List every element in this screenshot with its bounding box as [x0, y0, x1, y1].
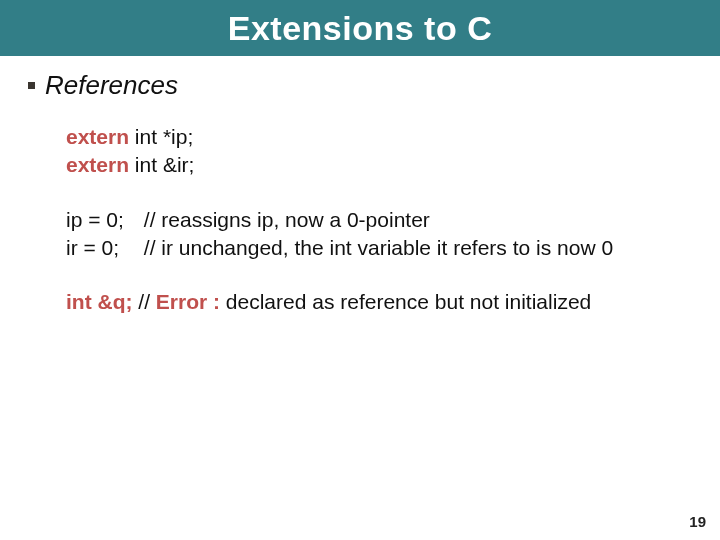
code-text: ip = 0; — [66, 206, 138, 234]
code-text: int *ip; — [129, 125, 193, 148]
slide-title: Extensions to C — [228, 9, 492, 48]
code-comment: // reassigns ip, now a 0-pointer — [138, 208, 430, 231]
code-line: extern int *ip; — [66, 123, 700, 151]
bullet-dot-icon — [28, 82, 35, 89]
code-text: int &ir; — [129, 153, 194, 176]
code-text: // — [132, 290, 155, 313]
page-number: 19 — [689, 513, 706, 530]
code-line: extern int &ir; — [66, 151, 700, 179]
keyword-int: int — [66, 290, 92, 313]
code-text: declared as reference but not initialize… — [220, 290, 591, 313]
code-line: ip = 0; // reassigns ip, now a 0-pointer — [66, 206, 700, 234]
code-block-error: int &q; // Error : declared as reference… — [66, 288, 700, 316]
code-line: ir = 0; // ir unchanged, the int variabl… — [66, 234, 700, 262]
code-line: int &q; // Error : declared as reference… — [66, 288, 700, 316]
bullet-label: References — [45, 70, 178, 101]
keyword-ref: &q; — [92, 290, 133, 313]
code-block-assignments: ip = 0; // reassigns ip, now a 0-pointer… — [66, 206, 700, 263]
keyword-error: Error : — [156, 290, 220, 313]
code-comment: // ir unchanged, the int variable it ref… — [138, 236, 613, 259]
bullet-item: References — [28, 70, 700, 101]
slide-body: References extern int *ip; extern int &i… — [0, 56, 720, 317]
code-block-declarations: extern int *ip; extern int &ir; — [66, 123, 700, 180]
keyword-extern: extern — [66, 125, 129, 148]
slide: Extensions to C References extern int *i… — [0, 0, 720, 540]
keyword-extern: extern — [66, 153, 129, 176]
title-bar: Extensions to C — [0, 0, 720, 56]
code-text: ir = 0; — [66, 234, 138, 262]
